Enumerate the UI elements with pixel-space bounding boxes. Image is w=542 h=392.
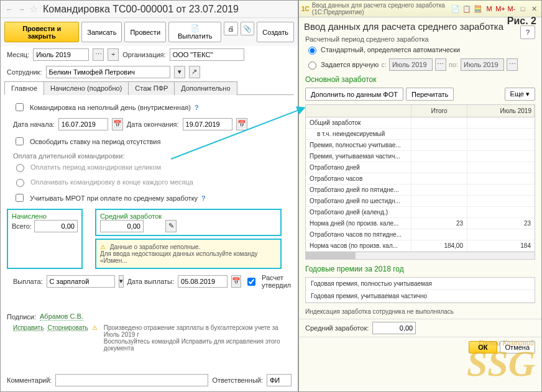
month-label: Месяц: xyxy=(7,51,29,58)
row-total xyxy=(411,173,467,184)
pay-button[interactable]: 📄 Выплатить xyxy=(168,22,221,42)
tb-m-plus[interactable]: M+ xyxy=(495,5,505,13)
payout-dropdown[interactable]: ▾ xyxy=(119,275,124,288)
grid-row[interactable]: Отработано дней (календ.) xyxy=(306,207,535,218)
favorite-icon[interactable]: ☆ xyxy=(29,3,38,15)
row-total xyxy=(411,229,467,240)
auto-period-radio[interactable] xyxy=(308,47,316,55)
col-month: Июль 2019 xyxy=(467,105,535,117)
free-rate-checkbox[interactable] xyxy=(16,137,24,145)
responsible-field[interactable] xyxy=(267,374,292,386)
tb-icon[interactable]: 📋 xyxy=(462,5,472,13)
grid-row[interactable]: Отработано часов xyxy=(306,173,535,185)
employee-open[interactable]: ↗ xyxy=(189,66,200,78)
payout-field[interactable] xyxy=(47,275,115,288)
warning-icon: ⚠ xyxy=(92,324,98,352)
partial-day-label: Командировка на неполный день (внутрисме… xyxy=(30,104,191,111)
grid-row[interactable]: Отработано часов по пятидне... xyxy=(306,229,535,240)
h-scrollbar[interactable] xyxy=(306,252,535,259)
comment-field[interactable] xyxy=(55,374,208,386)
calendar-icon[interactable]: 📅 xyxy=(112,118,123,130)
tb-m[interactable]: M xyxy=(484,5,494,13)
earnings-grid: Итого Июль 2019 Общий заработокв т.ч. не… xyxy=(305,104,535,260)
tab-accrued[interactable]: Начислено (подробно) xyxy=(44,81,129,95)
grid-row[interactable]: Премия, учитываемая частич... xyxy=(306,151,535,162)
grid-row[interactable]: Норма часов (по произв. кал...184,00184 xyxy=(306,240,535,252)
from-picker[interactable]: ⋯ xyxy=(435,58,446,71)
from-label: с: xyxy=(381,61,387,68)
more-button[interactable]: Еще ▾ xyxy=(505,88,535,101)
date-end-field[interactable] xyxy=(183,118,232,130)
grid-row[interactable]: Отработано дней xyxy=(306,162,535,173)
grid-row[interactable]: в т.ч. неиндексируемый xyxy=(306,129,535,140)
footer-warn-1: Произведено отражение зарплаты в бухгалт… xyxy=(104,324,285,338)
pay-full-radio[interactable] xyxy=(16,164,24,172)
tab-pfr[interactable]: Стаж ПФР xyxy=(128,81,175,95)
grid-row[interactable]: Общий заработок xyxy=(306,117,535,129)
tb-icon[interactable]: 📄 xyxy=(451,5,461,13)
employee-select[interactable]: ▾ xyxy=(174,66,185,78)
approved-checkbox[interactable] xyxy=(247,278,255,286)
help-icon[interactable]: ? xyxy=(195,104,199,111)
mrot-label: Учитывать МРОТ при оплате по среднему за… xyxy=(30,194,198,202)
edit-avg-icon[interactable]: ✎ xyxy=(165,220,177,232)
tab-main[interactable]: Главное xyxy=(4,81,44,95)
employee-field[interactable] xyxy=(46,66,170,78)
month-spin[interactable]: ÷ xyxy=(108,48,119,61)
avg-field[interactable] xyxy=(100,220,144,232)
to-picker[interactable]: ⋯ xyxy=(507,58,518,71)
post-button[interactable]: Провести xyxy=(124,22,166,42)
date-start-field[interactable] xyxy=(58,118,108,130)
grid-row[interactable]: Отработано дней по пятидне... xyxy=(306,185,535,196)
help-icon[interactable]: ? xyxy=(201,194,206,202)
save-button[interactable]: Записать xyxy=(81,22,122,42)
annual-row[interactable]: Годовая премия, полностью учитываемая xyxy=(306,278,535,290)
employee-label: Сотрудник: xyxy=(7,68,42,76)
help-button[interactable]: ? xyxy=(520,25,535,39)
row-month xyxy=(467,173,535,184)
sign-link[interactable]: Абрамов С.В. xyxy=(40,312,83,321)
calendar-icon[interactable]: 📅 xyxy=(231,275,241,288)
pay-monthly-radio[interactable] xyxy=(16,179,24,187)
responsible-label: Ответственный: xyxy=(212,376,263,384)
post-close-button[interactable]: Провести и закрыть xyxy=(4,22,79,42)
back-icon[interactable]: ← xyxy=(4,6,14,13)
partial-day-checkbox[interactable] xyxy=(16,103,24,111)
grid-row[interactable]: Премия, полностью учитывае... xyxy=(306,140,535,151)
paydate-field[interactable] xyxy=(178,275,227,288)
total-field[interactable] xyxy=(34,220,78,232)
fix-link[interactable]: Исправить xyxy=(13,324,44,352)
month-picker[interactable]: ⋯ xyxy=(93,48,104,61)
row-name: Отработано часов xyxy=(306,173,411,184)
ok-button[interactable]: ОК xyxy=(469,341,497,353)
forward-icon[interactable]: → xyxy=(17,6,27,13)
row-name: Норма дней (по произв. кале... xyxy=(306,218,411,229)
avg-bottom-field[interactable] xyxy=(372,322,416,334)
grid-row[interactable]: Норма дней (по произв. кале...2323 xyxy=(306,218,535,229)
recalc-button[interactable]: Перечитать xyxy=(406,88,454,101)
annual-row[interactable]: Годовая премия, учитываемая частично xyxy=(306,290,535,303)
cancel-button[interactable]: Отмена xyxy=(500,341,535,353)
row-month xyxy=(467,196,535,206)
mrot-checkbox[interactable] xyxy=(16,194,24,202)
row-month xyxy=(467,129,535,139)
calendar-icon[interactable]: 📅 xyxy=(236,118,247,130)
print-icon[interactable]: 🖨 xyxy=(224,22,237,35)
attach-icon[interactable]: 📎 xyxy=(241,22,254,35)
row-total: 184,00 xyxy=(411,240,467,251)
row-month xyxy=(467,117,535,128)
close-icon[interactable]: ✕ xyxy=(529,5,539,13)
row-month: 184 xyxy=(467,240,535,251)
tb-icon[interactable]: 🧮 xyxy=(473,5,483,13)
tb-restore[interactable]: □ xyxy=(518,5,528,13)
manual-period-radio[interactable] xyxy=(308,62,316,70)
tab-extra[interactable]: Дополнительно xyxy=(174,81,237,95)
fill-fot-button[interactable]: Дополнить по данным ФОТ xyxy=(305,88,403,101)
month-field[interactable] xyxy=(33,48,89,61)
storno-link[interactable]: Сторнировать xyxy=(47,324,88,352)
tb-m-minus[interactable]: M- xyxy=(507,5,517,13)
org-field[interactable] xyxy=(170,48,244,61)
create-button[interactable]: Создать xyxy=(257,22,294,42)
grid-row[interactable]: Отработано дней по шестидн... xyxy=(306,196,535,207)
row-total xyxy=(411,151,467,162)
